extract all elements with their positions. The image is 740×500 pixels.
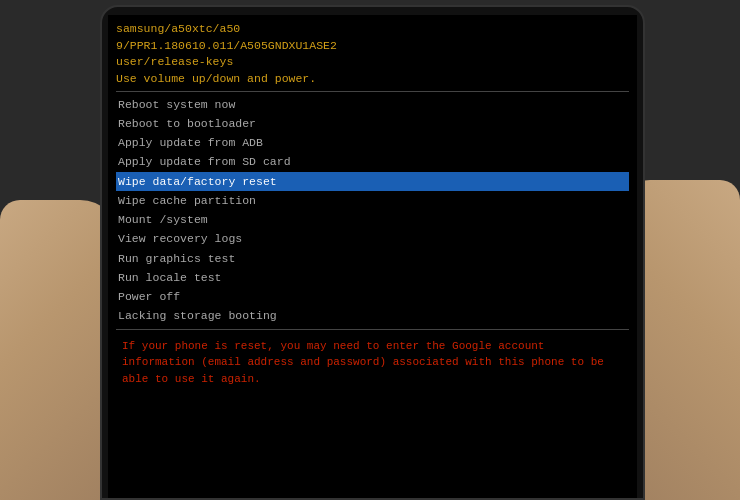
phone-screen: samsung/a50xtc/a50 9/PPR1.180610.011/A50… <box>108 15 637 498</box>
info-line-2: 9/PPR1.180610.011/A505GNDXU1ASE2 <box>116 38 629 55</box>
menu-item-8[interactable]: Run graphics test <box>116 249 629 268</box>
menu-item-9[interactable]: Run locale test <box>116 268 629 287</box>
recovery-screen: samsung/a50xtc/a50 9/PPR1.180610.011/A50… <box>108 15 637 498</box>
info-line-4: Use volume up/down and power. <box>116 71 629 88</box>
menu-item-0[interactable]: Reboot system now <box>116 95 629 114</box>
menu-item-2[interactable]: Apply update from ADB <box>116 133 629 152</box>
menu-item-5[interactable]: Wipe cache partition <box>116 191 629 210</box>
divider-top <box>116 91 629 92</box>
divider-bottom <box>116 329 629 330</box>
menu-item-6[interactable]: Mount /system <box>116 210 629 229</box>
menu-item-1[interactable]: Reboot to bootloader <box>116 114 629 133</box>
warning-box: If your phone is reset, you may need to … <box>116 334 629 392</box>
menu-item-7[interactable]: View recovery logs <box>116 229 629 248</box>
warning-text: If your phone is reset, you may need to … <box>122 338 623 388</box>
scene: samsung/a50xtc/a50 9/PPR1.180610.011/A50… <box>0 0 740 500</box>
info-line-3: user/release-keys <box>116 54 629 71</box>
menu-list: Reboot system now Reboot to bootloader A… <box>116 95 629 326</box>
menu-item-4-selected[interactable]: Wipe data/factory reset <box>116 172 629 191</box>
phone-body: samsung/a50xtc/a50 9/PPR1.180610.011/A50… <box>100 5 645 500</box>
menu-item-3[interactable]: Apply update from SD card <box>116 152 629 171</box>
info-line-1: samsung/a50xtc/a50 <box>116 21 629 38</box>
menu-item-11[interactable]: Lacking storage booting <box>116 306 629 325</box>
device-info-section: samsung/a50xtc/a50 9/PPR1.180610.011/A50… <box>116 21 629 88</box>
menu-item-10[interactable]: Power off <box>116 287 629 306</box>
